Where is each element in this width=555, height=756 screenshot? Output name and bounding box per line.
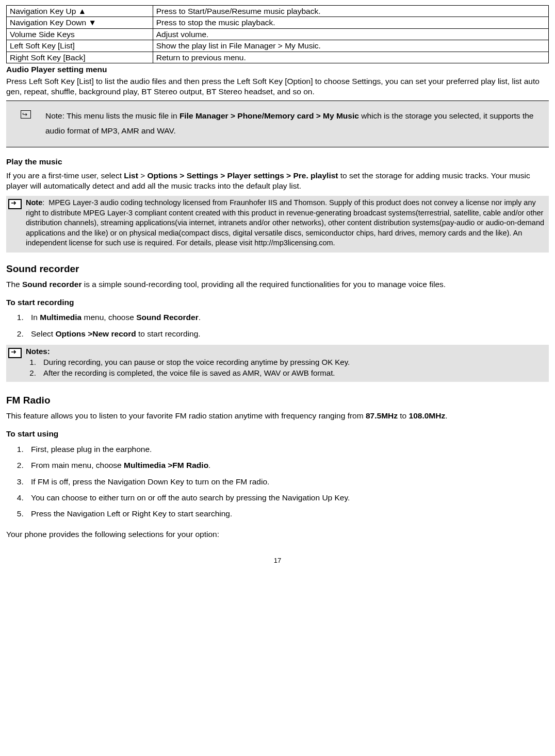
sound-recorder-text: The Sound recorder is a simple sound-rec… bbox=[6, 279, 549, 289]
key-desc: Return to previous menu. bbox=[153, 52, 548, 63]
t: From main menu, choose bbox=[31, 461, 124, 469]
note-pre: Note: This menu lists the music file in bbox=[45, 111, 179, 120]
t: . bbox=[199, 313, 201, 322]
t: If you are a first-time user, select bbox=[6, 171, 124, 180]
key-desc: Adjust volume. bbox=[153, 28, 548, 40]
recording-steps: In Multimedia menu, choose Sound Recorde… bbox=[11, 312, 549, 339]
fm-radio-heading: FM Radio bbox=[6, 394, 549, 407]
t: Sound Recorder bbox=[136, 313, 199, 322]
t: List bbox=[124, 171, 138, 180]
t: to bbox=[398, 411, 409, 420]
play-music-heading: Play the music bbox=[6, 157, 549, 166]
recorder-notes-content: Notes: During recording, you can pause o… bbox=[26, 347, 350, 379]
key-desc: Show the play list in File Manager > My … bbox=[153, 40, 548, 52]
note-text: Note: This menu lists the music file in … bbox=[45, 108, 540, 139]
t: . bbox=[208, 461, 210, 469]
mpeg-note-text: MPEG Layer-3 audio coding technology lic… bbox=[26, 198, 544, 247]
play-music-text: If you are a first-time user, select Lis… bbox=[6, 171, 549, 191]
t: > bbox=[138, 171, 148, 180]
table-row: Navigation Key Up ▲ Press to Start/Pause… bbox=[7, 6, 549, 17]
t: Options > Settings > Player settings > P… bbox=[148, 171, 338, 180]
key-desc: Press to Start/Pause/Resume music playba… bbox=[153, 6, 548, 17]
t: menu, choose bbox=[81, 313, 136, 322]
step: In Multimedia menu, choose Sound Recorde… bbox=[26, 312, 549, 322]
t: In bbox=[31, 313, 40, 322]
to-start-recording-heading: To start recording bbox=[6, 297, 549, 307]
page-number: 17 bbox=[6, 557, 549, 565]
step: Select Options >New record to start reco… bbox=[26, 329, 549, 339]
mpeg-note-content: Note: MPEG Layer-3 audio coding technolo… bbox=[26, 198, 547, 248]
keys-table: Navigation Key Up ▲ Press to Start/Pause… bbox=[6, 5, 549, 63]
notes-heading: Notes: bbox=[26, 347, 50, 356]
recorder-notes-box: Notes: During recording, you can pause o… bbox=[6, 345, 549, 382]
t: Sound recorder bbox=[22, 280, 81, 289]
note-icon bbox=[8, 348, 22, 358]
step: You can choose to either turn on or off … bbox=[26, 493, 549, 502]
key-name: Navigation Key Up ▲ bbox=[7, 6, 153, 17]
note-item: During recording, you can pause or stop … bbox=[38, 358, 350, 367]
fm-radio-text: This feature allows you to listen to you… bbox=[6, 411, 549, 421]
key-desc: Press to stop the music playback. bbox=[153, 17, 548, 28]
audio-player-text: Press Left Soft Key [List] to list the a… bbox=[6, 76, 549, 96]
t: Multimedia >FM Radio bbox=[124, 461, 208, 469]
key-name: Navigation Key Down ▼ bbox=[7, 17, 153, 28]
t: to start recording. bbox=[136, 329, 201, 338]
fm-steps: First, please plug in the earphone. From… bbox=[11, 444, 549, 519]
to-start-using-heading: To start using bbox=[6, 429, 549, 439]
table-row: Navigation Key Down ▼ Press to stop the … bbox=[7, 17, 549, 28]
t: Select bbox=[31, 329, 55, 338]
note-label: Note bbox=[26, 198, 42, 207]
key-name: Left Soft Key [List] bbox=[7, 40, 153, 52]
table-row: Volume Side Keys Adjust volume. bbox=[7, 28, 549, 40]
note-box: Note: This menu lists the music file in … bbox=[6, 100, 549, 147]
t: The bbox=[6, 280, 22, 289]
t: 87.5MHz bbox=[366, 411, 398, 420]
note-icon bbox=[21, 110, 31, 119]
fm-closing-text: Your phone provides the following select… bbox=[6, 529, 549, 539]
step: If FM is off, press the Navigation Down … bbox=[26, 477, 549, 486]
step: First, please plug in the earphone. bbox=[26, 444, 549, 454]
key-name: Right Soft Key [Back] bbox=[7, 52, 153, 63]
note-item: After the recording is completed, the vo… bbox=[38, 368, 350, 378]
t: is a simple sound-recording tool, provid… bbox=[81, 280, 446, 289]
mpeg-note-box: Note: MPEG Layer-3 audio coding technolo… bbox=[6, 196, 549, 253]
key-name: Volume Side Keys bbox=[7, 28, 153, 40]
sound-recorder-heading: Sound recorder bbox=[6, 263, 549, 275]
t: This feature allows you to listen to you… bbox=[6, 411, 366, 420]
audio-player-heading: Audio Player setting menu bbox=[6, 64, 549, 74]
t: Multimedia bbox=[40, 313, 81, 322]
t: 108.0MHz bbox=[409, 411, 446, 420]
step: Press the Navigation Left or Right Key t… bbox=[26, 509, 549, 518]
step: From main menu, choose Multimedia >FM Ra… bbox=[26, 460, 549, 470]
note-icon bbox=[8, 199, 22, 209]
t: . bbox=[445, 411, 447, 420]
t: Options >New record bbox=[55, 329, 136, 338]
t: : bbox=[42, 198, 44, 207]
note-bold: File Manager > Phone/Memory card > My Mu… bbox=[179, 111, 359, 120]
table-row: Right Soft Key [Back] Return to previous… bbox=[7, 52, 549, 63]
notes-list: During recording, you can pause or stop … bbox=[26, 358, 350, 378]
table-row: Left Soft Key [List] Show the play list … bbox=[7, 40, 549, 52]
